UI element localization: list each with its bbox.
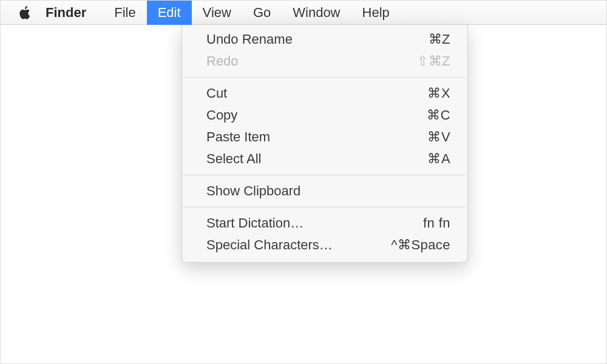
menu-item-select-all[interactable]: Select All ⌘A xyxy=(182,148,467,170)
menu-item-shortcut: ⌘V xyxy=(427,129,450,145)
menu-item-shortcut: ^⌘Space xyxy=(391,237,450,253)
menu-item-special-characters[interactable]: Special Characters… ^⌘Space xyxy=(182,234,467,256)
menu-item-label: Start Dictation… xyxy=(206,215,423,231)
menu-separator xyxy=(183,175,466,175)
menu-help[interactable]: Help xyxy=(351,1,401,25)
menu-item-label: Undo Rename xyxy=(206,32,429,47)
menu-item-label: Show Clipboard xyxy=(206,183,450,199)
menu-item-undo-rename[interactable]: Undo Rename ⌘Z xyxy=(182,29,467,50)
menu-item-cut[interactable]: Cut ⌘X xyxy=(182,83,467,104)
menu-item-label: Paste Item xyxy=(206,129,427,145)
menu-separator xyxy=(183,77,466,78)
menu-item-paste-item[interactable]: Paste Item ⌘V xyxy=(182,126,467,148)
menu-item-label: Cut xyxy=(206,86,427,101)
menu-item-label: Special Characters… xyxy=(206,237,391,253)
menu-file[interactable]: File xyxy=(103,1,146,25)
menu-item-start-dictation[interactable]: Start Dictation… fn fn xyxy=(182,212,467,234)
menu-separator xyxy=(183,207,466,207)
menu-item-shortcut: ⌘Z xyxy=(429,32,450,47)
edit-menu-dropdown: Undo Rename ⌘Z Redo ⇧⌘Z Cut ⌘X Copy ⌘C P… xyxy=(181,25,468,263)
menu-item-shortcut: ⌘X xyxy=(427,86,450,101)
menu-item-label: Copy xyxy=(206,107,427,123)
app-name[interactable]: Finder xyxy=(46,5,86,21)
menu-item-shortcut: ⌘C xyxy=(427,107,450,123)
menu-view[interactable]: View xyxy=(192,1,242,25)
menu-window[interactable]: Window xyxy=(282,1,351,25)
menu-item-shortcut: ⌘A xyxy=(427,151,450,167)
menu-item-shortcut: fn fn xyxy=(423,215,450,231)
menu-item-show-clipboard[interactable]: Show Clipboard xyxy=(182,180,467,202)
menu-edit[interactable]: Edit xyxy=(147,1,192,25)
apple-logo-icon[interactable] xyxy=(19,5,31,20)
menubar: Finder File Edit View Go Window Help xyxy=(1,1,606,25)
menu-item-label: Select All xyxy=(206,151,427,167)
menu-item-label: Redo xyxy=(206,53,417,69)
menu-item-redo: Redo ⇧⌘Z xyxy=(182,50,467,72)
menu-go[interactable]: Go xyxy=(242,1,282,25)
menu-item-shortcut: ⇧⌘Z xyxy=(417,53,450,69)
menu-item-copy[interactable]: Copy ⌘C xyxy=(182,104,467,126)
